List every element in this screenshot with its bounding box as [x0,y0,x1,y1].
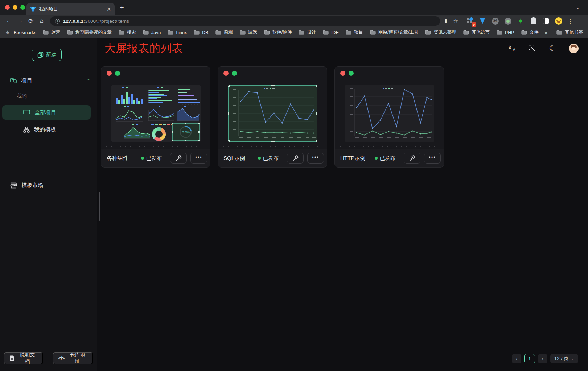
extensions-puzzle-icon[interactable] [530,17,537,25]
bookmark-folder[interactable]: 近期需要读的文章 [67,29,112,36]
forward-button[interactable]: → [15,17,25,25]
vue-devtools-icon[interactable] [479,17,486,25]
close-window-button[interactable] [5,5,10,10]
tab-close-icon[interactable]: ✕ [107,6,111,12]
bookmark-folder[interactable]: PHP [497,30,514,35]
copy-plus-icon [37,52,44,58]
new-project-button[interactable]: 新建 [32,49,62,61]
language-icon[interactable]: 文A [507,45,515,52]
next-page-button[interactable]: › [538,354,547,363]
user-avatar[interactable] [569,44,579,53]
current-page-button[interactable]: 1 [524,354,535,363]
card-traffic-dots [223,71,237,76]
project-card-sql[interactable]: SQL示例 已发布 ••• [218,66,327,168]
page-size-select[interactable]: 12 / 页 ⌄ [550,354,578,363]
back-button[interactable]: ← [4,17,15,25]
home-button[interactable]: ⌂ [36,17,47,25]
bookmarks-star-icon[interactable]: ★ [5,29,10,36]
chevron-up-icon[interactable]: ⌃ [87,78,90,83]
edit-hammer-button[interactable] [404,153,420,164]
other-bookmarks-folder[interactable]: 其他书签 [556,29,583,36]
tab-search-chevron-icon[interactable]: ⌄ [576,5,580,10]
sidebar: 新建 项目 ⌃ 我的 [0,38,97,371]
folder-icon [194,30,200,35]
pagination: ‹ 1 › 12 / 页 ⌄ [512,354,578,363]
dark-mode-moon-icon[interactable]: ☾ [549,44,556,53]
bookmarks-right: » 其他书签 [544,29,583,36]
traffic-lights [5,5,25,10]
bookmark-folder[interactable]: 其他语言 [463,29,490,36]
bookmark-folder[interactable]: DB [194,30,208,35]
recorder-extension-icon[interactable] [504,17,511,25]
bookmark-folder[interactable]: 游戏 [240,29,257,36]
bookmark-folder[interactable]: 设计 [299,29,316,36]
bookmark-folder[interactable]: 搜索 [119,29,136,36]
reload-button[interactable]: ⟳ [25,17,36,25]
url-path: :3000/#/project/items [83,18,129,24]
site-info-icon[interactable]: i [55,19,60,24]
green-star-extension-icon[interactable]: ✶ [517,17,524,25]
folder-icon [323,30,329,35]
gauge-value: 25.00% [182,131,190,133]
page-title: 大屏报表的列表 [104,41,183,56]
more-actions-button[interactable]: ••• [190,153,207,164]
bookmark-folder[interactable]: Linux [168,30,187,35]
minimize-window-button[interactable] [13,5,17,10]
storefront-icon [10,182,17,189]
group-label: 项目 [21,77,82,84]
project-name: 各种组件 [107,155,141,162]
command-extension-icon[interactable]: ⌘ [492,17,499,25]
bookmark-folder[interactable]: 运营 [43,29,60,36]
code-icon: </> [58,356,65,361]
bookmark-folder[interactable]: 网站/博客/文章/工具 [370,29,418,36]
zoom-window-button[interactable] [20,5,25,10]
magic-wand-icon[interactable] [529,45,536,52]
monitor-icon [23,110,30,115]
project-card-components[interactable]: 25.00% 各种组件 已发布 [101,66,210,168]
bookmarks-overflow-chevrons[interactable]: » [544,30,547,36]
page-header: 大屏报表的列表 文A ☾ [98,38,588,59]
side-panel-icon[interactable] [542,17,550,25]
bookmark-folder[interactable]: 项目 [346,29,363,36]
bookmark-star-icon[interactable]: ☆ [453,18,458,24]
folder-icon [119,30,124,35]
docs-button[interactable]: 说明文档 [4,352,43,364]
titlebar: 我的项目 ✕ + ⌄ [0,0,588,15]
project-card-http[interactable]: HTTP示例 已发布 ••• [334,66,444,168]
folder-icon [43,30,49,35]
browser-tab[interactable]: 我的项目 ✕ [26,3,115,15]
thumbnail-dotted-edge [223,146,322,147]
folder-icon [215,30,221,35]
sidebar-footer: 说明文档 </> 仓库地址 [0,345,97,371]
bookmark-folder[interactable]: Java [143,30,161,35]
folder-icon [497,30,502,35]
share-icon[interactable]: ⬆ [444,18,448,24]
card-footer: SQL示例 已发布 ••• [218,149,327,167]
sidebar-item-template-market[interactable]: 模板市场 [10,180,43,191]
more-actions-button[interactable]: ••• [424,153,441,164]
repo-button[interactable]: </> 仓库地址 [53,352,93,364]
browser-menu-icon[interactable]: ⋮ [567,18,573,25]
bookmark-folder[interactable]: IDE [323,30,339,35]
scrollbar-thumb[interactable] [99,192,100,221]
bookmark-folder[interactable]: 文件服务器 [521,29,540,36]
address-bar[interactable]: i 127.0.0.1:3000/#/project/items [50,16,440,26]
document-icon [9,355,15,361]
edit-hammer-button[interactable] [287,153,304,164]
extension-badge: 9 [472,22,476,27]
sidebar-group-projects[interactable]: 项目 ⌃ [10,75,90,86]
proxy-extension-icon[interactable]: 9 [466,17,473,25]
profile-avatar-icon[interactable] [555,17,562,25]
sidebar-item-all-projects[interactable]: 全部项目 [2,105,91,120]
bookmark-folder[interactable]: 软件/硬件 [264,29,292,36]
sidebar-item-my-templates[interactable]: 我的模板 [2,122,91,137]
bookmark-folder[interactable]: 资讯未整理 [425,29,456,36]
more-actions-button[interactable]: ••• [307,153,324,164]
card-traffic-dots [340,71,354,76]
bookmark-folder[interactable]: 前端 [215,29,233,36]
folder-icon [463,30,469,35]
new-tab-button[interactable]: + [120,4,124,11]
bookmarks-root-label[interactable]: Bookmarks [13,30,36,35]
prev-page-button[interactable]: ‹ [512,354,521,363]
edit-hammer-button[interactable] [170,153,187,164]
